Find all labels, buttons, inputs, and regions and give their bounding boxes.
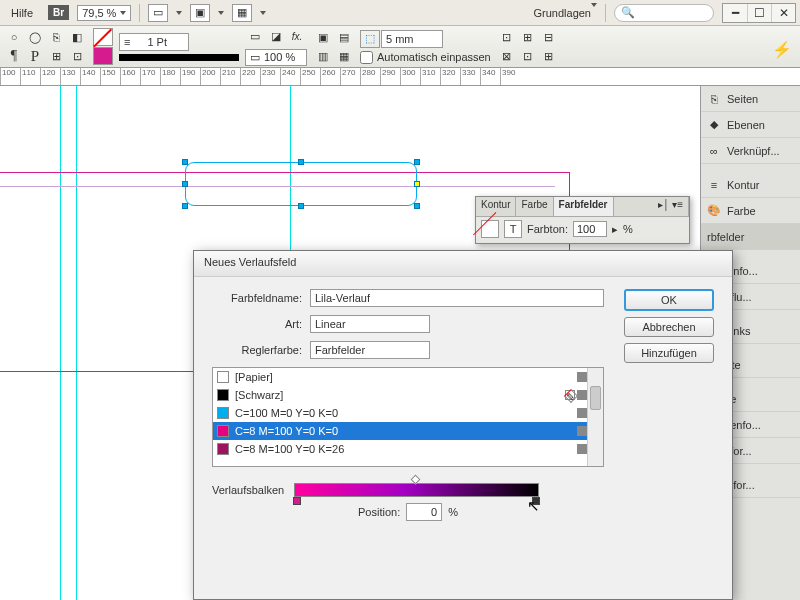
format-text-icon[interactable]: T [504,220,522,238]
opacity-field[interactable]: ▭100 % [245,49,307,66]
panel-menu-icon[interactable]: ▸│ ▾≡ [614,197,690,216]
story-tool-icon[interactable]: ⊞ [46,47,66,65]
swatches-panel: Kontur Farbe Farbfelder ▸│ ▾≡ T Farbton:… [475,196,690,244]
hilfe-menu[interactable]: Hilfe [4,4,40,22]
scrollbar[interactable] [587,368,603,466]
fill-none-swatch[interactable] [93,28,113,46]
minimize-button[interactable]: ━ [723,4,747,22]
position-input[interactable] [406,503,442,521]
arrange-docs-icon[interactable]: ▦ [232,4,252,22]
resize-handle[interactable] [298,203,304,209]
resize-handle[interactable] [414,181,420,187]
drop-shadow-icon[interactable]: ◪ [266,28,286,46]
resize-handle[interactable] [414,159,420,165]
character-format-icon[interactable]: P [25,47,45,65]
panel-seiten[interactable]: ⎘Seiten [701,86,800,112]
scrollbar-thumb[interactable] [590,386,601,410]
swatch-item[interactable]: [Papier] [213,368,603,386]
wrap-shape-icon[interactable]: ▥ [313,47,333,65]
workspace-dropdown[interactable]: Grundlagen [534,7,598,19]
zoom-level-dropdown[interactable]: 79,5 % [77,5,131,21]
ok-button[interactable]: OK [624,289,714,311]
farbton-label: Farbton: [527,223,568,235]
resize-handle[interactable] [182,203,188,209]
control-toolbar: ○ ◯ ⎘ ◧ ¶ P ⊞ ⊡ ≡1 Pt ▭ ◪ fx. ▭100 % ▣ ▤… [0,26,800,68]
farbton-arrow-icon[interactable]: ▸ [612,223,618,236]
gradient-ramp[interactable] [294,483,539,497]
fit-frame-icon[interactable]: ⊞ [518,28,538,46]
dialog-title: Neues Verlaufsfeld [194,251,732,277]
tab-farbe[interactable]: Farbe [516,197,553,216]
swatch-name-input[interactable] [310,289,604,307]
farbton-input[interactable] [573,221,607,237]
resize-handle[interactable] [414,203,420,209]
grid-tool-icon[interactable]: ⊡ [67,47,87,65]
panel-kontur[interactable]: ≡Kontur [701,172,800,198]
tab-farbfelder[interactable]: Farbfelder [554,197,614,216]
new-gradient-swatch-dialog: Neues Verlaufsfeld Farbfeldname: Art:Lin… [193,250,733,600]
resize-handle[interactable] [298,159,304,165]
pages-icon: ⎘ [707,92,721,106]
fx-icon[interactable]: fx. [287,28,307,46]
paragraph-icon[interactable]: ¶ [4,47,24,65]
gradient-stop-left[interactable] [293,497,301,505]
view-options-icon[interactable]: ▭ [148,4,168,22]
add-button[interactable]: Hinzufügen [624,343,714,363]
wrap-bbox-icon[interactable]: ▤ [334,28,354,46]
wrap-jump-icon[interactable]: ▦ [334,47,354,65]
quick-apply-icon[interactable]: ⚡ [772,40,792,59]
zoom-value: 79,5 % [82,7,116,19]
fit-opts-icon[interactable]: ⊞ [539,47,559,65]
effects-icon[interactable]: ▭ [245,28,265,46]
stroke-style-dropdown[interactable] [119,54,239,61]
bridge-button[interactable]: Br [48,5,69,20]
midpoint-stop[interactable] [410,475,420,485]
swatch-item[interactable]: C=8 M=100 Y=0 K=0 [213,422,603,440]
maximize-button[interactable]: ☐ [747,4,771,22]
fill-stroke-proxy[interactable] [481,220,499,238]
swatch-name-label: Farbfeldname: [212,292,302,304]
stop-color-dropdown[interactable]: Farbfelder [310,341,430,359]
wrap-none-icon[interactable]: ▣ [313,28,333,46]
selected-frame[interactable] [185,162,417,206]
screen-mode-icon[interactable]: ▣ [190,4,210,22]
type-dropdown[interactable]: Linear [310,315,430,333]
horizontal-ruler: 1001101201301401501601701801902002102202… [0,68,800,86]
position-label: Position: [358,506,400,518]
fit-content-icon[interactable]: ⊡ [497,28,517,46]
autofit-checkbox[interactable] [360,51,373,64]
resize-handle[interactable] [182,181,188,187]
panel-farbfelder[interactable]: rbfelder [701,224,800,250]
close-button[interactable]: ✕ [771,4,795,22]
stroke-weight-field[interactable]: ≡1 Pt [119,33,189,51]
search-icon: 🔍 [621,6,635,19]
autofit-label: Automatisch einpassen [377,51,491,63]
position-unit: % [448,506,458,518]
stroke-color-swatch[interactable] [93,47,113,65]
circle-tool-icon[interactable]: ○ [4,28,24,46]
window-controls: ━ ☐ ✕ [722,3,796,23]
swatch-list[interactable]: [Papier][Schwarz]✎C=100 M=0 Y=0 K=0C=8 M… [212,367,604,467]
stroke-icon: ≡ [707,178,721,192]
oval-tool-icon[interactable]: ◯ [25,28,45,46]
resize-handle[interactable] [182,159,188,165]
gap-field[interactable]: 5 mm [381,30,443,48]
cancel-button[interactable]: Abbrechen [624,317,714,337]
gradient-stop-right[interactable] [532,497,540,505]
type-label: Art: [212,318,302,330]
search-field[interactable]: 🔍 [614,4,714,22]
panel-ebenen[interactable]: ◆Ebenen [701,112,800,138]
panel-farbe[interactable]: 🎨Farbe [701,198,800,224]
frame-fit-icon[interactable]: ⬚ [360,30,380,48]
top-menu-bar: Hilfe Br 79,5 % ▭ ▣ ▦ Grundlagen 🔍 ━ ☐ ✕ [0,0,800,26]
corner-tool-icon[interactable]: ◧ [67,28,87,46]
link-tool-icon[interactable]: ⎘ [46,28,66,46]
color-icon: 🎨 [707,204,721,218]
swatch-item[interactable]: C=8 M=100 Y=0 K=26 [213,440,603,458]
panel-verknuepf[interactable]: ∞Verknüpf... [701,138,800,164]
fill-frame-icon[interactable]: ⊠ [497,47,517,65]
swatch-item[interactable]: [Schwarz]✎ [213,386,603,404]
swatch-item[interactable]: C=100 M=0 Y=0 K=0 [213,404,603,422]
fit-prop-icon[interactable]: ⊡ [518,47,538,65]
center-content-icon[interactable]: ⊟ [539,28,559,46]
